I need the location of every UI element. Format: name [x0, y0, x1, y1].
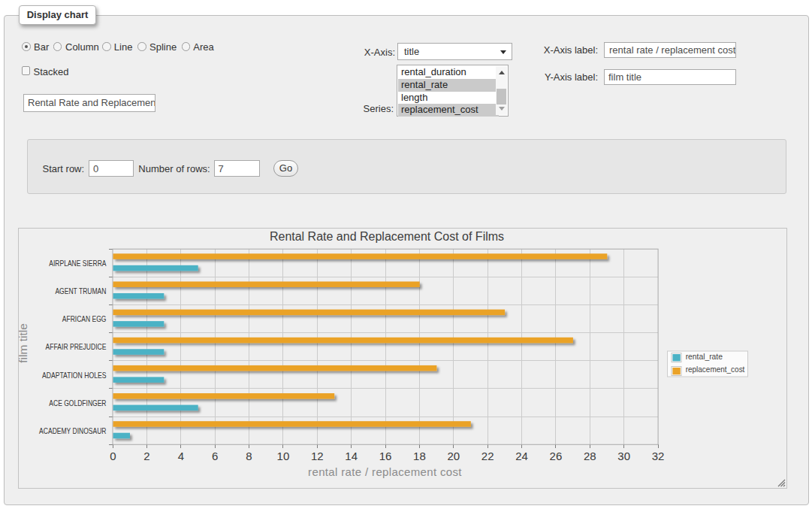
svg-text:12: 12 [311, 450, 324, 462]
svg-text:ACADEMY DINOSAUR: ACADEMY DINOSAUR [39, 426, 107, 435]
svg-text:0: 0 [110, 450, 116, 462]
svg-text:AGENT TRUMAN: AGENT TRUMAN [55, 286, 106, 295]
svg-text:30: 30 [617, 450, 630, 462]
svg-text:6: 6 [212, 450, 218, 462]
svg-text:8: 8 [246, 450, 252, 462]
svg-text:replacement_cost: replacement_cost [686, 365, 745, 374]
svg-text:4: 4 [178, 450, 184, 462]
svg-text:AIRPLANE SIERRA: AIRPLANE SIERRA [49, 259, 106, 268]
svg-text:rental_rate: rental_rate [686, 353, 723, 361]
svg-text:ACE GOLDFINGER: ACE GOLDFINGER [49, 398, 107, 407]
svg-text:20: 20 [447, 450, 460, 462]
svg-text:32: 32 [652, 450, 665, 462]
svg-text:rental rate / replacement cost: rental rate / replacement cost [308, 465, 462, 478]
svg-text:film title: film title [19, 323, 29, 363]
svg-text:Rental Rate and Replacement Co: Rental Rate and Replacement Cost of Film… [270, 230, 504, 243]
svg-text:24: 24 [515, 450, 528, 462]
svg-text:AFFAIR PREJUDICE: AFFAIR PREJUDICE [46, 342, 107, 351]
svg-text:2: 2 [143, 450, 149, 462]
svg-text:AFRICAN EGG: AFRICAN EGG [62, 314, 107, 323]
svg-text:ADAPTATION HOLES: ADAPTATION HOLES [42, 371, 107, 380]
svg-text:28: 28 [584, 450, 596, 462]
svg-text:14: 14 [345, 450, 358, 462]
svg-text:10: 10 [277, 450, 290, 462]
svg-text:22: 22 [481, 450, 494, 462]
svg-text:18: 18 [413, 450, 426, 462]
svg-text:26: 26 [550, 450, 563, 462]
svg-text:16: 16 [379, 450, 392, 462]
